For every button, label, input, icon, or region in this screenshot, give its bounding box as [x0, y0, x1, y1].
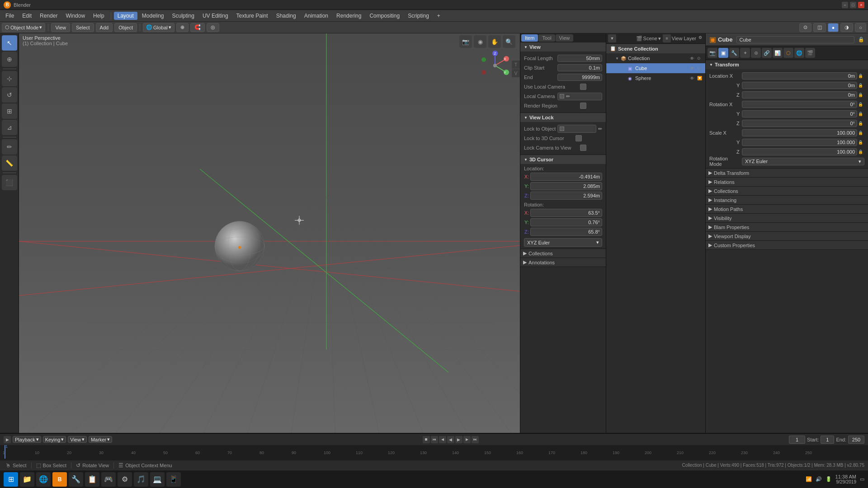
- menu-edit[interactable]: Edit: [19, 12, 35, 20]
- clip-start-value[interactable]: 0.1m: [557, 64, 602, 71]
- lock-object-field[interactable]: [557, 125, 596, 133]
- menu-help[interactable]: Help: [90, 12, 108, 20]
- view-menu[interactable]: View: [51, 23, 70, 32]
- rot-z-lock[interactable]: 🔒: [858, 121, 864, 126]
- viewport-camera-btn[interactable]: 📷: [459, 35, 472, 48]
- taskbar-start[interactable]: ⊞: [4, 472, 18, 487]
- prop-scene-icon[interactable]: 🎬: [805, 48, 815, 58]
- rot-x-val[interactable]: 0°: [742, 101, 857, 108]
- workspace-compositing[interactable]: Compositing: [366, 12, 403, 20]
- delta-transform-section[interactable]: ▶ Delta Transform: [706, 169, 868, 178]
- annotations-section-header[interactable]: ▶ Annotations: [520, 258, 606, 267]
- prop-modifier-icon[interactable]: 🔧: [729, 48, 739, 58]
- collections-section-header[interactable]: ▶ Collections: [520, 249, 606, 258]
- rotate-tool[interactable]: ↺: [2, 87, 17, 103]
- cursor-tool[interactable]: ⊕: [2, 52, 17, 67]
- viewport-shading-rendered[interactable]: ○: [855, 23, 866, 32]
- status-box-select[interactable]: ⬚ Box Select: [34, 462, 69, 469]
- lock-camera-check[interactable]: [580, 145, 586, 151]
- transform-header[interactable]: ▼ Transform: [706, 60, 868, 69]
- filter-icon[interactable]: ▼: [608, 34, 616, 42]
- loc-z-val[interactable]: 0m: [742, 91, 857, 99]
- lock-obj-pick-icon[interactable]: ✏: [598, 126, 602, 132]
- move-tool[interactable]: ⊹: [2, 71, 17, 86]
- visibility-section[interactable]: ▶ Visibility: [706, 214, 868, 223]
- tree-item-collection[interactable]: ▼ 📦 Collection 👁 ⊙: [606, 53, 705, 63]
- rot-z-val[interactable]: 0°: [742, 120, 857, 127]
- loc-y-val[interactable]: 0m: [742, 82, 857, 89]
- scale-x-lock[interactable]: 🔒: [858, 131, 864, 135]
- scale-z-val[interactable]: 100.000: [742, 148, 857, 155]
- select-menu[interactable]: Select: [72, 23, 94, 32]
- jump-end-btn[interactable]: ⏭: [472, 436, 479, 443]
- select-tool[interactable]: ↖: [2, 35, 17, 51]
- timeline-mode-btn[interactable]: ▶: [4, 436, 11, 443]
- workspace-modeling[interactable]: Modeling: [138, 12, 168, 20]
- cursor-y-value[interactable]: 2.085m: [530, 182, 602, 190]
- taskbar-settings[interactable]: ⚙: [118, 472, 132, 487]
- loc-y-lock[interactable]: 🔒: [858, 83, 864, 88]
- obj-collections-section[interactable]: ▶ Collections: [706, 187, 868, 196]
- sphere-eye[interactable]: 👁: [690, 76, 697, 81]
- rot-y-val[interactable]: 0°: [742, 110, 857, 117]
- cursor-ry-value[interactable]: 0.76°: [530, 218, 602, 226]
- loc-x-lock[interactable]: 🔒: [858, 74, 864, 78]
- n-tab-item[interactable]: Item: [521, 34, 538, 42]
- prop-world-icon[interactable]: 🌐: [794, 48, 804, 58]
- viewport-render-btn[interactable]: ◉: [474, 35, 486, 48]
- status-context-menu[interactable]: ☰ Object Context Menu: [117, 462, 174, 469]
- taskbar-steam[interactable]: 🎮: [101, 472, 116, 487]
- mode-dropdown[interactable]: ⬡ Object Mode ▾: [2, 23, 45, 32]
- motion-paths-section[interactable]: ▶ Motion Paths: [706, 205, 868, 214]
- status-select[interactable]: 🖱 Select: [4, 462, 28, 469]
- scale-y-val[interactable]: 100.000: [742, 139, 857, 146]
- end-frame-input[interactable]: 250: [848, 436, 864, 444]
- viewport-zoom-btn[interactable]: 🔍: [503, 35, 515, 48]
- snapping-btn[interactable]: 🧲: [190, 23, 205, 32]
- blam-props-section[interactable]: ▶ Blam Properties: [706, 223, 868, 232]
- annotate-tool[interactable]: ✏: [2, 139, 17, 155]
- cursor-z-value[interactable]: 2.594m: [530, 192, 602, 200]
- viewport-grab-btn[interactable]: ✋: [488, 35, 501, 48]
- xray-btn[interactable]: ◫: [813, 23, 826, 32]
- close-button[interactable]: ×: [858, 2, 864, 8]
- loc-z-lock[interactable]: 🔒: [858, 93, 864, 97]
- workspace-shading[interactable]: Shading: [273, 12, 300, 20]
- loc-x-val[interactable]: 0m: [742, 72, 857, 80]
- view-item-icon[interactable]: V: [512, 69, 520, 77]
- overlay-btn[interactable]: ⊙: [799, 23, 811, 32]
- workspace-animation[interactable]: Animation: [301, 12, 332, 20]
- maximize-button[interactable]: □: [850, 2, 856, 8]
- taskbar-browser[interactable]: 🌐: [36, 472, 51, 487]
- viewport-display-section[interactable]: ▶ Viewport Display: [706, 232, 868, 241]
- scale-x-val[interactable]: 100.000: [742, 129, 857, 136]
- view-lock-header[interactable]: ▼ View Lock: [520, 113, 606, 122]
- collection-eye[interactable]: 👁: [690, 56, 697, 61]
- object-menu[interactable]: Object: [114, 23, 137, 32]
- tree-item-cube[interactable]: ▣ Cube 👁 ⊙: [606, 63, 705, 73]
- focal-length-value[interactable]: 50mm: [557, 55, 602, 62]
- scale-y-lock[interactable]: 🔒: [858, 140, 864, 145]
- cursor-rz-value[interactable]: 65.8°: [530, 228, 602, 236]
- prop-physics-icon[interactable]: ⊕: [751, 48, 761, 58]
- play-reverse-btn[interactable]: ◀: [447, 436, 454, 443]
- render-region-check[interactable]: [580, 103, 586, 109]
- taskbar-misc3[interactable]: 💻: [150, 472, 165, 487]
- start-frame-input[interactable]: 1: [821, 436, 834, 444]
- axis-gizmo[interactable]: X Y Z: [479, 50, 511, 81]
- minimize-button[interactable]: −: [842, 2, 848, 8]
- scale-tool[interactable]: ⊞: [2, 103, 17, 119]
- play-btn[interactable]: ▶: [455, 436, 462, 443]
- scale-z-lock[interactable]: 🔒: [858, 150, 864, 154]
- object-lock-icon[interactable]: 🔒: [858, 37, 864, 42]
- view-layer-icon[interactable]: ≡: [663, 34, 671, 42]
- lock-3d-cursor-check[interactable]: [576, 135, 582, 141]
- proportional-btn[interactable]: ◎: [207, 23, 219, 32]
- prop-render-icon[interactable]: 📷: [708, 48, 717, 58]
- workspace-texture-paint[interactable]: Texture Paint: [233, 12, 272, 20]
- prop-object-icon[interactable]: ▣: [718, 48, 728, 58]
- cursor-section-header[interactable]: ▼ 3D Cursor: [520, 155, 606, 164]
- custom-props-section[interactable]: ▶ Custom Properties: [706, 241, 868, 250]
- workspace-rendering[interactable]: Rendering: [333, 12, 365, 20]
- view-dropdown[interactable]: View ▾: [68, 436, 87, 443]
